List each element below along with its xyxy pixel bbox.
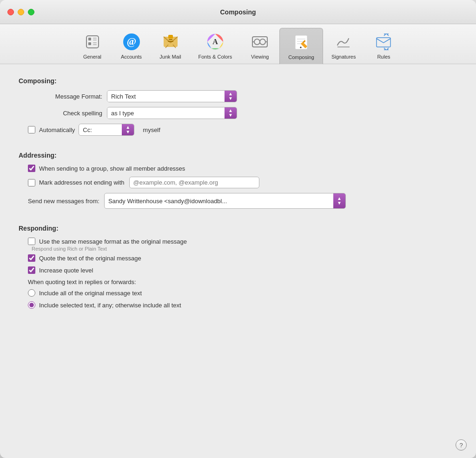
general-icon bbox=[81, 31, 104, 53]
toolbar-item-signatures[interactable]: Signatures bbox=[323, 28, 364, 64]
send-from-value: Sandy Writtenhouse <sandy@idownloadbl... bbox=[105, 196, 333, 206]
help-label: ? bbox=[459, 442, 463, 449]
svg-rect-4 bbox=[93, 40, 97, 40]
group-checkbox-row: When sending to a group, show all member… bbox=[28, 165, 457, 172]
increase-quote-checkbox[interactable] bbox=[28, 266, 35, 274]
svg-rect-3 bbox=[93, 38, 97, 39]
spelling-stepper-down: ▼ bbox=[228, 113, 233, 118]
cc-select[interactable]: Cc: ▲ ▼ bbox=[79, 124, 134, 136]
message-format-select[interactable]: Rich Text ▲ ▼ bbox=[107, 90, 237, 102]
content-area: Composing: Message Format: Rich Text ▲ ▼… bbox=[0, 64, 476, 436]
message-format-value: Rich Text bbox=[107, 91, 225, 102]
window-controls bbox=[7, 9, 34, 15]
check-spelling-label: Check spelling bbox=[28, 110, 102, 117]
svg-rect-2 bbox=[88, 42, 91, 45]
same-format-row: Use the same message format as the origi… bbox=[28, 238, 457, 245]
include-selected-radio[interactable] bbox=[28, 301, 35, 309]
rules-label: Rules bbox=[377, 54, 390, 60]
viewing-icon bbox=[249, 31, 271, 53]
minimize-button[interactable] bbox=[18, 9, 24, 15]
responding-section: Responding: Use the same message format … bbox=[19, 225, 457, 313]
viewing-label: Viewing bbox=[251, 54, 269, 60]
composing-label: Composing bbox=[288, 54, 314, 60]
message-format-label: Message Format: bbox=[28, 93, 102, 100]
toolbar: General @ Accounts bbox=[0, 24, 476, 64]
toolbar-items: General @ Accounts bbox=[73, 28, 403, 64]
automatically-checkbox[interactable] bbox=[28, 126, 35, 133]
help-button[interactable]: ? bbox=[456, 439, 467, 451]
svg-text:A: A bbox=[212, 38, 218, 46]
general-label: General bbox=[83, 54, 101, 60]
toolbar-item-composing[interactable]: Composing bbox=[279, 28, 323, 64]
maximize-button[interactable] bbox=[28, 9, 34, 15]
signatures-icon bbox=[332, 31, 355, 53]
window-title: Composing bbox=[220, 8, 256, 16]
message-format-stepper[interactable]: ▲ ▼ bbox=[225, 91, 237, 102]
same-format-checkbox[interactable] bbox=[28, 238, 35, 245]
send-from-label: Send new messages from: bbox=[28, 198, 99, 205]
fonts-colors-label: Fonts & Colors bbox=[198, 54, 232, 60]
svg-rect-15 bbox=[169, 39, 172, 40]
svg-text:@: @ bbox=[126, 35, 136, 47]
quote-text-row: Quote the text of the original message bbox=[28, 254, 457, 262]
toolbar-item-general[interactable]: General bbox=[73, 28, 112, 64]
quote-text-label: Quote the text of the original message bbox=[39, 255, 141, 262]
auto-cc-row: Automatically Cc: ▲ ▼ myself bbox=[28, 124, 457, 136]
composing-section-title: Composing: bbox=[19, 77, 457, 85]
toolbar-item-viewing[interactable]: Viewing bbox=[240, 28, 279, 64]
svg-rect-12 bbox=[168, 35, 173, 39]
accounts-icon: @ bbox=[120, 31, 143, 53]
toolbar-item-rules[interactable]: Rules bbox=[364, 28, 403, 64]
mark-addresses-row: Mark addresses not ending with bbox=[28, 177, 457, 188]
check-spelling-select[interactable]: as I type ▲ ▼ bbox=[107, 107, 237, 119]
include-all-row: Include all of the original message text bbox=[28, 289, 457, 297]
svg-point-20 bbox=[254, 39, 260, 45]
group-checkbox-label: When sending to a group, show all member… bbox=[39, 165, 185, 172]
include-selected-label: Include selected text, if any; otherwise… bbox=[39, 302, 181, 309]
cc-stepper[interactable]: ▲ ▼ bbox=[122, 124, 134, 135]
svg-rect-5 bbox=[93, 42, 97, 43]
fonts-colors-icon: A bbox=[204, 31, 226, 53]
increase-quote-label: Increase quote level bbox=[39, 267, 93, 274]
toolbar-item-junk-mail[interactable]: Junk Mail bbox=[151, 28, 190, 64]
svg-rect-0 bbox=[86, 36, 99, 48]
window: Composing General bbox=[0, 0, 476, 458]
mark-addresses-checkbox[interactable] bbox=[28, 179, 35, 186]
signatures-label: Signatures bbox=[331, 54, 356, 60]
same-format-sublabel: Respond using Rich or Plain Text bbox=[32, 246, 457, 252]
close-button[interactable] bbox=[7, 9, 14, 15]
titlebar: Composing bbox=[0, 0, 476, 24]
send-from-select[interactable]: Sandy Writtenhouse <sandy@idownloadbl...… bbox=[104, 193, 346, 209]
svg-point-21 bbox=[260, 39, 265, 45]
when-quoting-label: When quoting text in replies or forwards… bbox=[28, 279, 457, 285]
increase-quote-row: Increase quote level bbox=[28, 266, 457, 274]
rules-icon bbox=[372, 31, 395, 53]
quote-text-checkbox[interactable] bbox=[28, 254, 35, 262]
toolbar-item-fonts-colors[interactable]: A Fonts & Colors bbox=[190, 28, 241, 64]
check-spelling-row: Check spelling as I type ▲ ▼ bbox=[28, 107, 457, 119]
mark-addresses-input[interactable] bbox=[129, 177, 259, 188]
include-all-radio[interactable] bbox=[28, 289, 35, 297]
help-container: ? bbox=[0, 436, 476, 458]
addressing-section-title: Addressing: bbox=[19, 152, 457, 159]
include-all-label: Include all of the original message text bbox=[39, 290, 142, 297]
include-selected-row: Include selected text, if any; otherwise… bbox=[28, 301, 457, 309]
check-spelling-value: as I type bbox=[107, 108, 225, 119]
svg-rect-16 bbox=[168, 41, 173, 42]
check-spelling-stepper[interactable]: ▲ ▼ bbox=[225, 107, 237, 119]
send-from-row: Send new messages from: Sandy Writtenhou… bbox=[28, 193, 457, 209]
mark-addresses-label: Mark addresses not ending with bbox=[39, 179, 125, 186]
svg-rect-33 bbox=[377, 38, 390, 47]
composing-icon bbox=[290, 31, 312, 53]
send-from-stepper-down: ▼ bbox=[337, 201, 342, 206]
automatically-label: Automatically bbox=[39, 126, 75, 133]
cc-stepper-down: ▼ bbox=[126, 130, 130, 134]
addressing-section: Addressing: When sending to a group, sho… bbox=[19, 152, 457, 213]
junk-mail-icon bbox=[159, 31, 182, 53]
send-from-stepper[interactable]: ▲ ▼ bbox=[333, 193, 345, 208]
same-format-label: Use the same message format as the origi… bbox=[39, 238, 187, 245]
toolbar-item-accounts[interactable]: @ Accounts bbox=[112, 28, 151, 64]
myself-label: myself bbox=[143, 126, 160, 133]
composing-section: Composing: Message Format: Rich Text ▲ ▼… bbox=[19, 77, 457, 140]
group-checkbox[interactable] bbox=[28, 165, 35, 172]
